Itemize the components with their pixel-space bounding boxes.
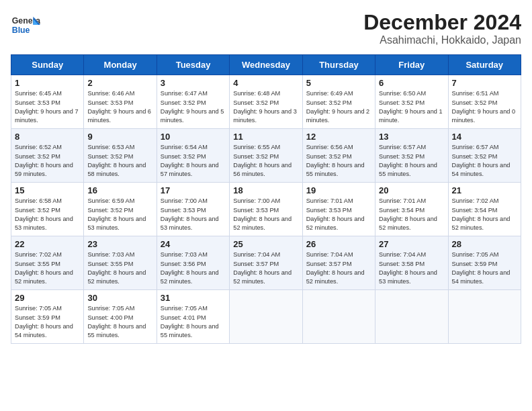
calendar-cell: 17 Sunrise: 7:00 AMSunset: 3:53 PMDaylig… [157, 183, 229, 236]
day-number: 7 [452, 78, 517, 88]
day-info: Sunrise: 6:45 AMSunset: 3:53 PMDaylight:… [15, 90, 79, 124]
day-info: Sunrise: 7:04 AMSunset: 3:58 PMDaylight:… [379, 251, 437, 285]
day-number: 12 [306, 132, 371, 142]
day-number: 29 [15, 293, 80, 303]
calendar-cell: 21 Sunrise: 7:02 AMSunset: 3:54 PMDaylig… [448, 183, 521, 236]
day-info: Sunrise: 7:01 AMSunset: 3:54 PMDaylight:… [379, 197, 437, 231]
day-number: 3 [161, 78, 226, 88]
calendar-cell: 15 Sunrise: 6:58 AMSunset: 3:52 PMDaylig… [11, 183, 84, 236]
day-info: Sunrise: 6:53 AMSunset: 3:52 PMDaylight:… [87, 144, 146, 177]
day-info: Sunrise: 6:52 AMSunset: 3:52 PMDaylight:… [15, 144, 73, 177]
day-number: 11 [233, 132, 298, 142]
day-info: Sunrise: 6:58 AMSunset: 3:52 PMDaylight:… [15, 197, 73, 231]
day-info: Sunrise: 6:55 AMSunset: 3:52 PMDaylight:… [233, 144, 292, 177]
day-info: Sunrise: 7:04 AMSunset: 3:57 PMDaylight:… [233, 251, 292, 285]
title-block: December 2024 Asahimachi, Hokkaido, Japa… [363, 11, 521, 46]
calendar-cell: 16 Sunrise: 6:59 AMSunset: 3:52 PMDaylig… [84, 183, 157, 236]
day-info: Sunrise: 7:05 AMSunset: 3:59 PMDaylight:… [15, 305, 73, 338]
calendar-cell: 29 Sunrise: 7:05 AMSunset: 3:59 PMDaylig… [11, 290, 84, 344]
day-number: 23 [87, 239, 152, 249]
calendar-cell: 28 Sunrise: 7:05 AMSunset: 3:59 PMDaylig… [448, 236, 521, 290]
day-number: 24 [161, 239, 226, 249]
weekday-tuesday: Tuesday [157, 55, 229, 75]
month-title: December 2024 [363, 11, 521, 34]
calendar-body: 1 Sunrise: 6:45 AMSunset: 3:53 PMDayligh… [11, 75, 521, 344]
svg-text:Blue: Blue [12, 26, 30, 35]
calendar-cell: 12 Sunrise: 6:56 AMSunset: 3:52 PMDaylig… [302, 129, 375, 183]
day-number: 13 [379, 132, 444, 142]
day-number: 21 [452, 185, 517, 195]
day-info: Sunrise: 7:04 AMSunset: 3:57 PMDaylight:… [306, 251, 365, 285]
calendar-cell: 23 Sunrise: 7:03 AMSunset: 3:55 PMDaylig… [84, 236, 157, 290]
location-title: Asahimachi, Hokkaido, Japan [363, 34, 521, 46]
day-number: 8 [15, 132, 80, 142]
day-info: Sunrise: 6:54 AMSunset: 3:52 PMDaylight:… [161, 144, 219, 177]
day-info: Sunrise: 6:47 AMSunset: 3:52 PMDaylight:… [161, 90, 224, 124]
calendar-cell: 22 Sunrise: 7:02 AMSunset: 3:55 PMDaylig… [11, 236, 84, 290]
calendar-cell: 8 Sunrise: 6:52 AMSunset: 3:52 PMDayligh… [11, 129, 84, 183]
calendar-cell: 11 Sunrise: 6:55 AMSunset: 3:52 PMDaylig… [230, 129, 302, 183]
weekday-wednesday: Wednesday [230, 55, 302, 75]
day-number: 17 [161, 185, 226, 195]
calendar-cell: 7 Sunrise: 6:51 AMSunset: 3:52 PMDayligh… [448, 75, 521, 129]
day-number: 1 [15, 78, 80, 88]
day-number: 19 [306, 185, 371, 195]
day-number: 4 [233, 78, 298, 88]
calendar-cell: 1 Sunrise: 6:45 AMSunset: 3:53 PMDayligh… [11, 75, 84, 129]
day-number: 15 [15, 185, 80, 195]
day-info: Sunrise: 6:49 AMSunset: 3:52 PMDaylight:… [306, 90, 370, 124]
calendar-cell: 26 Sunrise: 7:04 AMSunset: 3:57 PMDaylig… [302, 236, 375, 290]
weekday-monday: Monday [84, 55, 157, 75]
day-number: 26 [306, 239, 371, 249]
day-info: Sunrise: 7:00 AMSunset: 3:53 PMDaylight:… [233, 197, 292, 231]
calendar-cell: 24 Sunrise: 7:03 AMSunset: 3:56 PMDaylig… [157, 236, 229, 290]
calendar-cell [375, 290, 448, 344]
calendar-cell [302, 290, 375, 344]
calendar-cell [230, 290, 302, 344]
day-number: 28 [452, 239, 517, 249]
calendar-cell: 3 Sunrise: 6:47 AMSunset: 3:52 PMDayligh… [157, 75, 229, 129]
day-info: Sunrise: 6:57 AMSunset: 3:52 PMDaylight:… [379, 144, 437, 177]
day-number: 10 [161, 132, 226, 142]
day-info: Sunrise: 6:46 AMSunset: 3:53 PMDaylight:… [87, 90, 151, 124]
day-info: Sunrise: 7:02 AMSunset: 3:54 PMDaylight:… [452, 197, 511, 231]
calendar-cell: 30 Sunrise: 7:05 AMSunset: 4:00 PMDaylig… [84, 290, 157, 344]
calendar-header: Sunday Monday Tuesday Wednesday Thursday… [11, 55, 521, 75]
calendar-cell: 10 Sunrise: 6:54 AMSunset: 3:52 PMDaylig… [157, 129, 229, 183]
day-number: 16 [87, 185, 152, 195]
calendar-cell: 19 Sunrise: 7:01 AMSunset: 3:53 PMDaylig… [302, 183, 375, 236]
calendar-cell: 13 Sunrise: 6:57 AMSunset: 3:52 PMDaylig… [375, 129, 448, 183]
calendar-cell: 4 Sunrise: 6:48 AMSunset: 3:52 PMDayligh… [230, 75, 302, 129]
day-info: Sunrise: 6:57 AMSunset: 3:52 PMDaylight:… [452, 144, 511, 177]
day-number: 27 [379, 239, 444, 249]
calendar-cell: 2 Sunrise: 6:46 AMSunset: 3:53 PMDayligh… [84, 75, 157, 129]
logo-icon: General Blue [11, 11, 40, 40]
weekday-saturday: Saturday [448, 55, 521, 75]
calendar-cell: 18 Sunrise: 7:00 AMSunset: 3:53 PMDaylig… [230, 183, 302, 236]
calendar-cell: 20 Sunrise: 7:01 AMSunset: 3:54 PMDaylig… [375, 183, 448, 236]
day-number: 31 [161, 293, 226, 303]
day-info: Sunrise: 6:50 AMSunset: 3:52 PMDaylight:… [379, 90, 443, 124]
day-number: 30 [87, 293, 152, 303]
logo: General Blue [11, 11, 43, 40]
calendar-cell [448, 290, 521, 344]
calendar-cell: 6 Sunrise: 6:50 AMSunset: 3:52 PMDayligh… [375, 75, 448, 129]
day-info: Sunrise: 7:03 AMSunset: 3:56 PMDaylight:… [161, 251, 219, 285]
calendar-cell: 31 Sunrise: 7:05 AMSunset: 4:01 PMDaylig… [157, 290, 229, 344]
day-info: Sunrise: 6:51 AMSunset: 3:52 PMDaylight:… [452, 90, 516, 124]
weekday-thursday: Thursday [302, 55, 375, 75]
day-number: 5 [306, 78, 371, 88]
day-info: Sunrise: 6:56 AMSunset: 3:52 PMDaylight:… [306, 144, 365, 177]
day-info: Sunrise: 7:02 AMSunset: 3:55 PMDaylight:… [15, 251, 73, 285]
day-number: 18 [233, 185, 298, 195]
day-info: Sunrise: 7:00 AMSunset: 3:53 PMDaylight:… [161, 197, 219, 231]
day-number: 22 [15, 239, 80, 249]
page-header: General Blue December 2024 Asahimachi, H… [11, 11, 521, 46]
day-number: 20 [379, 185, 444, 195]
day-number: 25 [233, 239, 298, 249]
calendar-table: Sunday Monday Tuesday Wednesday Thursday… [11, 54, 521, 344]
day-number: 9 [87, 132, 152, 142]
day-info: Sunrise: 6:48 AMSunset: 3:52 PMDaylight:… [233, 90, 297, 124]
calendar-cell: 25 Sunrise: 7:04 AMSunset: 3:57 PMDaylig… [230, 236, 302, 290]
day-info: Sunrise: 6:59 AMSunset: 3:52 PMDaylight:… [87, 197, 146, 231]
